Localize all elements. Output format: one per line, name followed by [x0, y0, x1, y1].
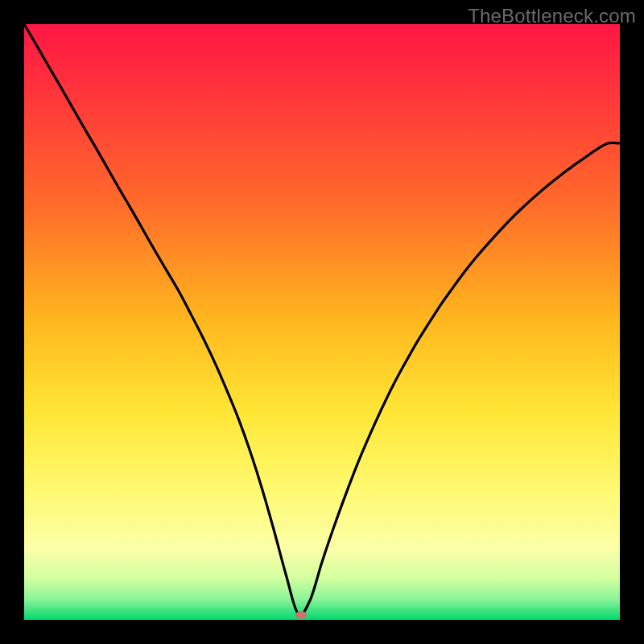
chart-background [24, 24, 620, 620]
chart-frame: TheBottleneck.com [0, 0, 644, 644]
bottleneck-chart [24, 24, 620, 620]
minimum-marker-icon [295, 611, 307, 619]
